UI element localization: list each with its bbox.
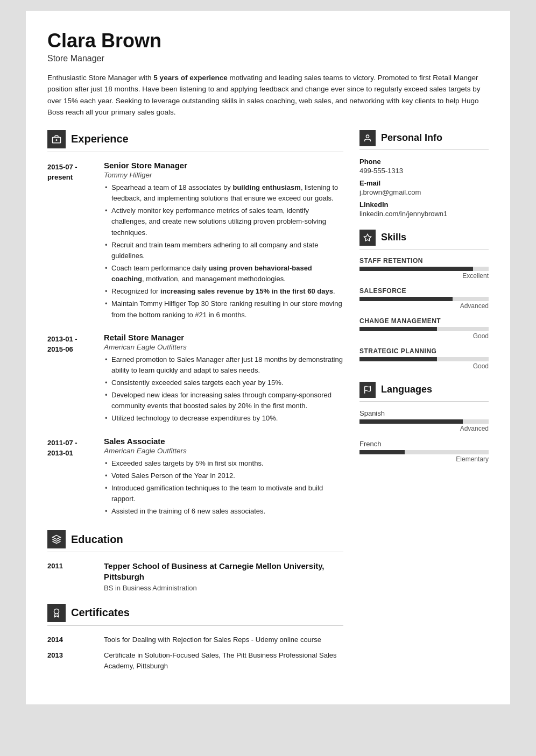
skill-name-2: CHANGE MANAGEMENT — [359, 317, 489, 325]
personal-info-section: Personal Info Phone 499-555-1313 E-mail … — [359, 130, 489, 218]
language-item-1: French Elementary — [359, 440, 489, 463]
bullet: Developed new ideas for increasing sales… — [104, 390, 343, 411]
edu-degree-1: BS in Business Administration — [104, 584, 343, 592]
exp-job-title-2: Retail Store Manager — [104, 333, 343, 342]
exp-dates-2: 2013-01 -2015-06 — [47, 333, 104, 426]
exp-company-3: American Eagle Outfitters — [104, 447, 343, 455]
personal-info-header: Personal Info — [359, 130, 489, 146]
email-value: j.brown@gmail.com — [359, 188, 489, 196]
edu-school-1: Tepper School of Business at Carnegie Me… — [104, 561, 343, 583]
skills-title: Skills — [381, 232, 406, 243]
phone-value: 499-555-1313 — [359, 167, 489, 175]
education-section: Education 2011 Tepper School of Business… — [47, 530, 343, 592]
lang-bar-bg-0 — [359, 419, 489, 424]
languages-header: Languages — [359, 382, 489, 398]
skills-divider — [359, 249, 489, 249]
skill-bar-fill-2 — [359, 327, 437, 331]
certificates-divider — [47, 625, 343, 626]
skills-icon — [359, 230, 376, 246]
skill-level-0: Excellent — [359, 272, 489, 280]
personal-info-icon — [359, 130, 376, 146]
bullet: Coach team performance daily using prove… — [104, 263, 343, 284]
bullet: Actively monitor key performance metrics… — [104, 205, 343, 238]
education-divider — [47, 552, 343, 552]
main-layout: Experience 2015-07 -present Senior Store… — [47, 130, 489, 683]
certificates-title: Certificates — [71, 607, 130, 619]
experience-icon — [47, 130, 66, 148]
skill-item-0: STAFF RETENTION Excellent — [359, 257, 489, 280]
bullet: Recruit and train team members adhering … — [104, 240, 343, 261]
skill-level-1: Advanced — [359, 302, 489, 310]
exp-content-2: Retail Store Manager American Eagle Outf… — [104, 333, 343, 426]
skill-bar-fill-1 — [359, 297, 453, 301]
lang-bar-fill-0 — [359, 419, 463, 424]
skill-name-0: STAFF RETENTION — [359, 257, 489, 265]
cert-desc-2: Certificate in Solution-Focused Sales, T… — [104, 650, 343, 671]
bullet: Exceeded sales targets by 5% in first si… — [104, 458, 343, 469]
cert-desc-1: Tools for Dealing with Rejection for Sal… — [104, 634, 321, 645]
lang-bar-fill-1 — [359, 450, 405, 454]
certificates-icon — [47, 604, 66, 622]
bullet: Introduced gamification techniques to th… — [104, 483, 343, 504]
exp-bullets-3: Exceeded sales targets by 5% in first si… — [104, 458, 343, 517]
skill-bar-bg-0 — [359, 267, 489, 271]
skills-section: Skills STAFF RETENTION Excellent SALESFO… — [359, 230, 489, 370]
lang-level-0: Advanced — [359, 425, 489, 432]
exp-job-title-3: Sales Associate — [104, 437, 343, 446]
personal-info-divider — [359, 149, 489, 150]
exp-dates-1: 2015-07 -present — [47, 161, 104, 322]
experience-divider — [47, 152, 343, 152]
candidate-title: Store Manager — [47, 54, 489, 63]
left-column: Experience 2015-07 -present Senior Store… — [47, 130, 343, 683]
bullet: Spearhead a team of 18 associates by bui… — [104, 182, 343, 204]
header: Clara Brown Store Manager — [47, 30, 489, 72]
languages-icon — [359, 382, 376, 398]
lang-name-1: French — [359, 440, 489, 448]
summary: Enthusiastic Store Manager with 5 years … — [47, 72, 489, 118]
bullet: Recognized for increasing sales revenue … — [104, 286, 343, 297]
candidate-name: Clara Brown — [47, 30, 489, 52]
bullet: Earned promotion to Sales Manager after … — [104, 354, 343, 376]
language-item-0: Spanish Advanced — [359, 409, 489, 432]
education-icon — [47, 530, 66, 548]
cert-year-2: 2013 — [47, 650, 104, 671]
cert-year-1: 2014 — [47, 634, 104, 645]
skill-bar-fill-0 — [359, 267, 473, 271]
edu-content-1: Tepper School of Business at Carnegie Me… — [104, 561, 343, 592]
languages-title: Languages — [381, 384, 432, 395]
exp-content-3: Sales Associate American Eagle Outfitter… — [104, 437, 343, 519]
skill-item-3: STRATEGIC PLANNING Good — [359, 347, 489, 370]
exp-bullets-2: Earned promotion to Sales Manager after … — [104, 354, 343, 424]
bullet: Voted Sales Person of the Year in 2012. — [104, 470, 343, 481]
phone-label: Phone — [359, 158, 489, 166]
skill-item-2: CHANGE MANAGEMENT Good — [359, 317, 489, 340]
exp-company-2: American Eagle Outfitters — [104, 343, 343, 351]
right-column: Personal Info Phone 499-555-1313 E-mail … — [359, 130, 489, 683]
education-header: Education — [47, 530, 343, 548]
languages-divider — [359, 401, 489, 402]
experience-item-1: 2015-07 -present Senior Store Manager To… — [47, 161, 343, 322]
skill-name-3: STRATEGIC PLANNING — [359, 347, 489, 355]
linkedin-value: linkedin.com/in/jennybrown1 — [359, 210, 489, 218]
skill-item-1: SALESFORCE Advanced — [359, 287, 489, 310]
education-title: Education — [71, 533, 123, 546]
edu-year-1: 2011 — [47, 561, 104, 592]
exp-content-1: Senior Store Manager Tommy Hilfiger Spea… — [104, 161, 343, 322]
skill-name-1: SALESFORCE — [359, 287, 489, 295]
resume-container: Clara Brown Store Manager Enthusiastic S… — [26, 11, 510, 704]
summary-bold: 5 years of experience — [153, 74, 227, 82]
lang-bar-bg-1 — [359, 450, 489, 454]
languages-section: Languages Spanish Advanced French Elemen… — [359, 382, 489, 463]
lang-level-1: Elementary — [359, 455, 489, 463]
bullet: Consistently exceeded sales targets each… — [104, 377, 343, 388]
bullet: Assisted in the training of 6 new sales … — [104, 506, 343, 517]
experience-section: Experience 2015-07 -present Senior Store… — [47, 130, 343, 518]
skill-level-2: Good — [359, 332, 489, 340]
lang-name-0: Spanish — [359, 409, 489, 417]
skill-bar-bg-2 — [359, 327, 489, 331]
exp-dates-3: 2011-07 -2013-01 — [47, 437, 104, 519]
certificates-header: Certificates — [47, 604, 343, 622]
skill-bar-bg-3 — [359, 357, 489, 361]
experience-item-2: 2013-01 -2015-06 Retail Store Manager Am… — [47, 333, 343, 426]
svg-point-4 — [366, 135, 369, 138]
